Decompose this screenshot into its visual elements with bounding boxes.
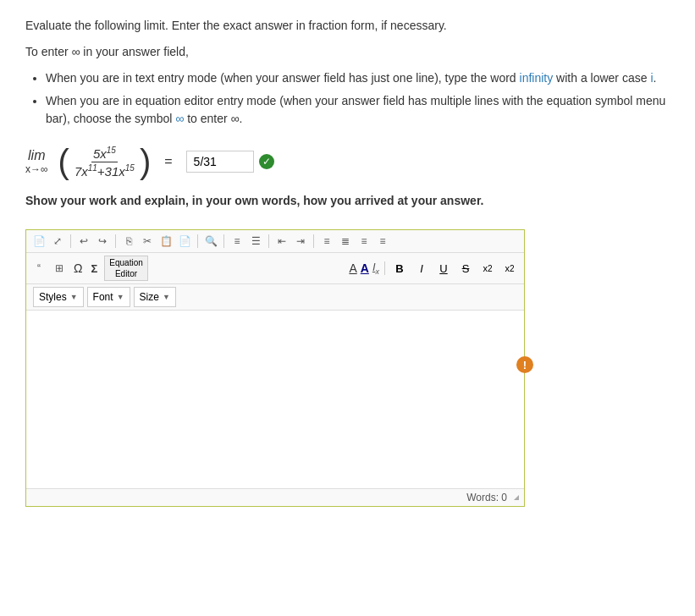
editor-toolbar-top: 📄 ⤢ ↩ ↪ ⎘ ✂ 📋 📄 🔍 ≡ ☰ ⇤ ⇥ ≡ ≣ ≡ ≡	[26, 230, 524, 253]
instructions-block: Evaluate the following limit. Enter the …	[25, 17, 670, 128]
font-label: Font	[93, 291, 113, 303]
format-subscript-button[interactable]: x2	[478, 259, 497, 278]
sep-4	[223, 234, 224, 248]
size-dropdown[interactable]: Size ▼	[134, 287, 176, 307]
editor-icon-list-ol[interactable]: ≡	[229, 234, 245, 249]
sep-2	[115, 234, 116, 248]
symbol-link[interactable]: ∞	[175, 112, 184, 125]
styles-font-size-bar: Styles ▼ Font ▼ Size ▼	[26, 284, 524, 311]
sep-1	[70, 234, 71, 248]
resize-handle[interactable]	[514, 495, 519, 500]
editor-icon-undo[interactable]: ↩	[76, 234, 91, 249]
editor-icon-indent-out[interactable]: ⇤	[274, 234, 290, 249]
format-superscript-button[interactable]: x2	[500, 259, 519, 278]
equation-editor-button[interactable]: Equation Editor	[104, 256, 147, 281]
open-paren: (	[58, 145, 69, 179]
editor-icon-fullscreen[interactable]: ⤢	[50, 234, 65, 249]
infinity-intro: To enter ∞ in your answer field,	[25, 43, 670, 61]
numer-exp: 15	[107, 146, 116, 155]
styles-dropdown[interactable]: Styles ▼	[33, 287, 84, 307]
format-a-italic: Ix	[372, 261, 379, 276]
editor-icon-align-center[interactable]: ≣	[338, 234, 353, 249]
denominator: 7x11+31x15	[73, 162, 136, 179]
correct-checkmark: ✓	[259, 154, 274, 169]
editor-icon-align-left[interactable]: ≡	[319, 234, 334, 249]
editor-outer: 📄 ⤢ ↩ ↪ ⎘ ✂ 📋 📄 🔍 ≡ ☰ ⇤ ⇥ ≡ ≣ ≡ ≡ “	[25, 223, 525, 507]
size-label: Size	[140, 291, 159, 303]
editor-icon-align-right[interactable]: ≡	[356, 234, 372, 249]
lim-text: lim	[28, 148, 45, 163]
equation-editor-line1: Equation	[109, 258, 142, 267]
lim-subscript: x→∞	[25, 163, 48, 175]
numer-base: 5x	[93, 146, 107, 161]
styles-arrow: ▼	[70, 293, 78, 301]
sep-5	[268, 234, 269, 248]
editor-icon-cut[interactable]: ✂	[140, 234, 155, 249]
instruction-main: Evaluate the following limit. Enter the …	[25, 17, 670, 35]
orange-alert: !	[516, 356, 533, 373]
sep-7	[384, 261, 385, 275]
editor-icon-table[interactable]: ⊞	[52, 261, 67, 276]
instruction-list: When you are in text entry mode (when yo…	[46, 69, 670, 128]
editor-icon-list-ul[interactable]: ☰	[248, 234, 263, 249]
editor-icon-redo[interactable]: ↪	[95, 234, 110, 249]
size-arrow: ▼	[163, 293, 170, 301]
editor-icon-copy[interactable]: ⎘	[121, 234, 136, 249]
answer-box: ✓	[186, 151, 274, 173]
editor-icon-blockquote[interactable]: “	[31, 261, 47, 276]
sep-6	[313, 234, 314, 248]
editor-icon-search[interactable]: 🔍	[203, 234, 218, 249]
font-dropdown[interactable]: Font ▼	[87, 287, 130, 307]
answer-input[interactable]	[186, 151, 254, 173]
fraction: 5x15 7x11+31x15	[73, 146, 136, 179]
denom-exp2: 15	[125, 163, 135, 173]
omega-icon: Ω	[74, 261, 82, 275]
numerator: 5x15	[91, 146, 118, 162]
fraction-expression: ( 5x15 7x11+31x15 )	[58, 145, 152, 179]
equals-sign: =	[164, 154, 172, 169]
equation-editor-line2: Editor	[115, 269, 137, 278]
sep-3	[197, 234, 198, 248]
format-a-underline: A	[349, 261, 356, 275]
word-count: Words: 0	[466, 492, 507, 503]
format-italic-button[interactable]: I	[412, 259, 431, 278]
editor-container: 📄 ⤢ ↩ ↪ ⎘ ✂ 📋 📄 🔍 ≡ ☰ ⇤ ⇥ ≡ ≣ ≡ ≡ “	[25, 229, 525, 507]
styles-label: Styles	[39, 291, 67, 303]
editor-toolbar-bottom: “ ⊞ Ω Σ Equation Editor A A Ix B I U S x…	[26, 253, 524, 284]
math-section: lim x→∞ ( 5x15 7x11+31x15 ) = ✓	[25, 145, 670, 179]
format-underline-button[interactable]: U	[434, 259, 453, 278]
limit-label: lim x→∞	[25, 148, 48, 175]
denom-mid: +31x	[97, 164, 125, 179]
editor-icon-doc[interactable]: 📄	[31, 234, 47, 249]
sigma-icon: Σ	[91, 262, 97, 275]
i-link[interactable]: i	[650, 71, 653, 85]
show-work-label: Show your work and explain, in your own …	[25, 194, 670, 207]
infinity-link[interactable]: infinity	[520, 71, 554, 85]
editor-icon-paste2[interactable]: 📄	[177, 234, 192, 249]
denom-base: 7x	[74, 164, 88, 179]
infinity-intro-text: To enter ∞ in your answer field,	[25, 45, 189, 58]
font-arrow: ▼	[117, 293, 124, 301]
bullet-2: When you are in equation editor entry mo…	[46, 92, 670, 128]
editor-icon-align-justify[interactable]: ≡	[375, 234, 390, 249]
format-strikethrough-button[interactable]: S	[456, 259, 475, 278]
format-bar-right: A A Ix B I U S x2 x2	[349, 259, 519, 278]
editor-footer: Words: 0	[26, 488, 524, 506]
editor-icon-indent-in[interactable]: ⇥	[293, 234, 308, 249]
denom-exp1: 11	[88, 163, 97, 173]
format-bold-button[interactable]: B	[390, 259, 409, 278]
close-paren: )	[140, 145, 151, 179]
bullet-1: When you are in text entry mode (when yo…	[46, 69, 670, 87]
editor-icon-paste[interactable]: 📋	[158, 234, 174, 249]
editor-body[interactable]	[26, 311, 524, 488]
format-a-color: A	[361, 261, 369, 275]
